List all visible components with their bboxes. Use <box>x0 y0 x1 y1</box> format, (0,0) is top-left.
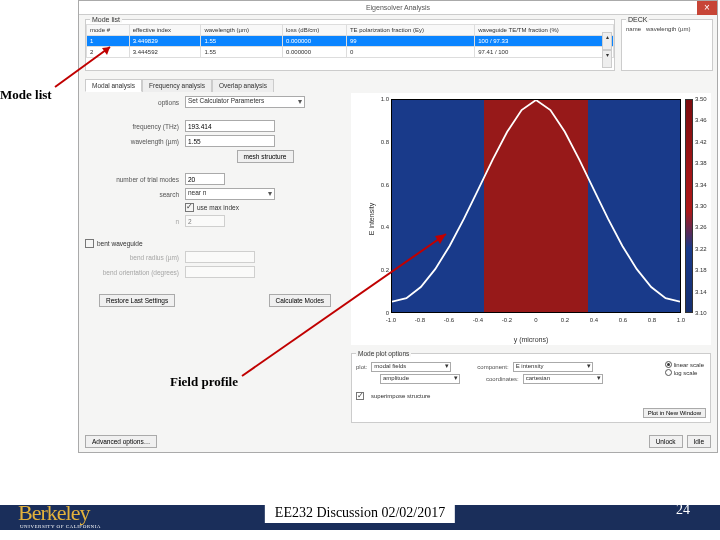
trial-label: number of trial modes <box>85 176 185 183</box>
coord-select[interactable]: cartesian <box>523 374 603 384</box>
component-label: component: <box>477 364 508 370</box>
bottom-bar: Advanced options… Unlock Idle <box>85 435 711 448</box>
bendori-label: bend orientation (degrees) <box>85 269 185 276</box>
deck-wl-label: wavelength (µm) <box>646 26 690 32</box>
col-wl[interactable]: wavelength (µm) <box>201 25 283 36</box>
plot-opts-header: Mode plot options <box>356 350 411 357</box>
titlebar: Eigensolver Analysis × <box>79 1 717 15</box>
plot-type-label: plot: <box>356 364 367 370</box>
mesh-button[interactable]: mesh structure <box>237 150 294 163</box>
close-icon[interactable]: × <box>697 1 717 15</box>
wl-input[interactable] <box>185 135 275 147</box>
tab-overlap[interactable]: Overlap analysis <box>212 79 274 92</box>
freq-label: frequency (THz) <box>85 123 185 130</box>
component-select[interactable]: E intensity <box>513 362 593 372</box>
tabs: Modal analysis Frequency analysis Overla… <box>85 79 274 92</box>
berkeley-logo: Berkeley UNIVERSITY OF CALIFORNIA <box>18 500 101 529</box>
col-neff[interactable]: effective index <box>129 25 201 36</box>
annotation-mode-list: Mode list <box>0 87 52 103</box>
plot-xlabel: y (microns) <box>514 336 549 343</box>
slide-footer: Berkeley UNIVERSITY OF CALIFORNIA EE232 … <box>0 495 720 540</box>
n-input <box>185 215 225 227</box>
tab-modal[interactable]: Modal analysis <box>85 79 142 92</box>
restore-button[interactable]: Restore Last Settings <box>99 294 175 307</box>
bendori-input <box>185 266 255 278</box>
options-panel: options Set Calculator Parameters freque… <box>85 93 345 343</box>
plot-yticks: 0 0.2 0.4 0.6 0.8 1.0 <box>373 99 391 313</box>
log-radio[interactable] <box>665 369 672 376</box>
plot-new-window-button[interactable]: Plot in New Window <box>643 408 706 418</box>
search-select[interactable]: near n <box>185 188 275 200</box>
table-row[interactable]: 2 3.444592 1.55 0.000000 0 97.41 / 100 <box>87 47 614 58</box>
field-curve <box>392 100 680 313</box>
wl-label: wavelength (µm) <box>85 138 185 145</box>
plot-area: E intensity 0 0.2 0.4 0.6 0.8 1.0 -1.0 -… <box>351 93 711 345</box>
window-title: Eigensolver Analysis <box>366 1 430 15</box>
page-number: 24 <box>676 502 690 518</box>
colorbar-ticks: 3.50 3.46 3.42 3.38 3.34 3.30 3.26 3.22 … <box>695 99 709 313</box>
colorbar: 3.50 3.46 3.42 3.38 3.34 3.30 3.26 3.22 … <box>685 99 709 313</box>
trial-input[interactable] <box>185 173 225 185</box>
superimpose-checkbox[interactable] <box>356 392 364 400</box>
col-te[interactable]: TE polarization fraction (Ey) <box>346 25 474 36</box>
plot-canvas <box>391 99 681 313</box>
bent-label: bent waveguide <box>97 240 143 247</box>
deck-header: DECK <box>626 16 649 23</box>
plot-xticks: -1.0 -0.8 -0.6 -0.4 -0.2 0 0.2 0.4 0.6 0… <box>391 317 681 327</box>
bendrad-label: bend radius (µm) <box>85 254 185 261</box>
deck-panel: DECK name wavelength (µm) <box>621 19 713 71</box>
usemax-checkbox[interactable] <box>185 203 194 212</box>
plot-type-select[interactable]: modal fields <box>371 362 451 372</box>
tab-frequency[interactable]: Frequency analysis <box>142 79 212 92</box>
bendrad-input <box>185 251 255 263</box>
idle-button[interactable]: Idle <box>687 435 711 448</box>
usemax-label: use max index <box>197 204 239 211</box>
log-label: log scale <box>674 370 698 376</box>
linear-label: linear scale <box>674 362 704 368</box>
plot-options-panel: Mode plot options plot: modal fields com… <box>351 353 711 423</box>
calc-button[interactable]: Calculate Modes <box>269 294 331 307</box>
deck-name-label: name <box>626 26 641 32</box>
superimpose-label: superimpose structure <box>371 393 430 399</box>
amplitude-select[interactable]: amplitude <box>380 374 460 384</box>
advanced-button[interactable]: Advanced options… <box>85 435 157 448</box>
mode-table[interactable]: mode # effective index wavelength (µm) l… <box>86 24 614 58</box>
unlock-button[interactable]: Unlock <box>649 435 683 448</box>
linear-radio[interactable] <box>665 361 672 368</box>
annotation-field-profile: Field profile <box>170 374 238 390</box>
chevron-up-icon[interactable]: ▴ <box>602 32 612 50</box>
col-loss[interactable]: loss (dB/cm) <box>283 25 347 36</box>
scale-group: linear scale log scale <box>665 360 704 377</box>
mode-list-panel: Mode list mode # effective index wavelen… <box>85 19 615 71</box>
scroll-arrows[interactable]: ▴ ▾ <box>602 32 612 68</box>
col-mode[interactable]: mode # <box>87 25 130 36</box>
coord-label: coordinates: <box>486 376 519 382</box>
col-wg[interactable]: waveguide TE/TM fraction (%) <box>475 25 614 36</box>
colorbar-gradient <box>685 99 693 313</box>
n-label: n <box>85 218 185 225</box>
freq-input[interactable] <box>185 120 275 132</box>
table-row[interactable]: 1 3.449829 1.55 0.000000 99 100 / 97.33 <box>87 36 614 47</box>
bent-checkbox[interactable] <box>85 239 94 248</box>
search-label: search <box>85 191 185 198</box>
options-select[interactable]: Set Calculator Parameters <box>185 96 305 108</box>
mode-list-header: Mode list <box>90 16 122 23</box>
options-label: options <box>85 99 185 106</box>
chevron-down-icon[interactable]: ▾ <box>602 50 612 68</box>
footer-text: EE232 Discussion 02/02/2017 <box>265 503 455 523</box>
